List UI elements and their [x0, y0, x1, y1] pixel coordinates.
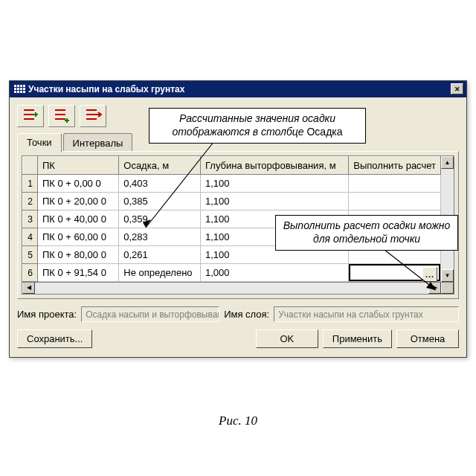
cell-pk[interactable]: ПК 0 + 91,54 0	[37, 264, 118, 282]
cell-pk[interactable]: ПК 0 + 0,00 0	[37, 175, 118, 193]
cell-vypolnit-active[interactable]: ...	[349, 264, 441, 282]
row-number: 4	[23, 228, 38, 246]
remove-icon	[84, 108, 102, 124]
save-button[interactable]: Сохранить...	[17, 329, 92, 348]
callout-text: Осадка	[306, 126, 342, 138]
figure-caption: Рис. 10	[0, 414, 476, 428]
cell-osadka[interactable]: 0,385	[119, 193, 201, 210]
close-button[interactable]: ✕	[451, 83, 463, 94]
titlebar[interactable]: Участки насыпи на слабых грунтах ✕	[10, 81, 466, 97]
cell-pk[interactable]: ПК 0 + 20,00 0	[37, 193, 118, 210]
cell-glubina[interactable]: 1,100	[200, 175, 348, 193]
row-number: 2	[23, 193, 38, 210]
ok-button[interactable]: OK	[256, 329, 318, 348]
calc-button[interactable]: ...	[422, 267, 437, 282]
app-grid-icon	[14, 85, 25, 94]
callout-text: для отдельной точки	[313, 233, 420, 245]
cell-osadka[interactable]: 0,403	[119, 175, 201, 193]
scroll-left-button[interactable]: ◀	[22, 282, 35, 294]
callout-calculated-values: Рассчитанные значения осадки отображаютс…	[149, 108, 366, 144]
callout-text: Рассчитанные значения осадки	[179, 112, 335, 124]
field-layer: Участки насыпи на слабых грунтах	[274, 306, 459, 322]
table-row[interactable]: 1 ПК 0 + 0,00 0 0,403 1,100	[23, 175, 441, 193]
apply-button[interactable]: Применить	[323, 329, 392, 348]
row-number: 3	[23, 210, 38, 228]
toolbar-add-sibling-button[interactable]	[17, 105, 44, 127]
cell-vypolnit[interactable]	[349, 193, 441, 210]
cell-pk[interactable]: ПК 0 + 60,00 0	[37, 228, 118, 246]
row-number: 5	[23, 246, 38, 264]
cell-vypolnit[interactable]	[349, 175, 441, 193]
cell-pk[interactable]: ПК 0 + 80,00 0	[37, 246, 118, 264]
cell-osadka[interactable]: 0,283	[119, 228, 201, 246]
scroll-up-button[interactable]: ▲	[441, 156, 454, 169]
toolbar-remove-button[interactable]	[80, 105, 106, 127]
scroll-grip	[441, 282, 454, 294]
scroll-track[interactable]	[35, 282, 428, 294]
column-osadka[interactable]: Осадка, м	[119, 157, 201, 175]
cell-glubina[interactable]: 1,000	[200, 264, 348, 282]
tab-points[interactable]: Точки	[17, 133, 62, 152]
cell-glubina[interactable]: 1,100	[200, 193, 348, 210]
cell-osadka[interactable]: 0,261	[119, 246, 201, 264]
add-sibling-icon	[22, 108, 39, 124]
table-row[interactable]: 2 ПК 0 + 20,00 0 0,385 1,100	[23, 193, 441, 210]
field-project: Осадка насыпи и выторфовывание	[81, 306, 219, 322]
callout-text: Выполнить расчет осадки можно	[283, 219, 451, 231]
cell-osadka[interactable]: Не определено	[119, 264, 201, 282]
column-vypolnit[interactable]: Выполнить расчет	[349, 157, 441, 175]
add-child-icon	[53, 108, 71, 124]
row-number: 1	[23, 175, 38, 193]
cell-pk[interactable]: ПК 0 + 40,00 0	[37, 210, 118, 228]
toolbar-add-child-button[interactable]	[48, 105, 75, 127]
grid-corner	[23, 157, 38, 175]
table-row[interactable]: 6 ПК 0 + 91,54 0 Не определено 1,000 ...	[23, 264, 441, 282]
label-project: Имя проекта:	[17, 309, 77, 320]
column-pk[interactable]: ПК	[37, 157, 118, 175]
callout-individual-point: Выполнить расчет осадки можно для отдель…	[275, 215, 458, 251]
horizontal-scrollbar[interactable]: ◀ ▶	[22, 282, 454, 295]
label-layer: Имя слоя:	[224, 309, 269, 320]
scroll-down-button[interactable]: ▼	[441, 269, 454, 282]
window-title: Участки насыпи на слабых грунтах	[28, 84, 451, 94]
scroll-right-button[interactable]: ▶	[428, 282, 441, 294]
cancel-button[interactable]: Отмена	[396, 329, 459, 348]
cell-osadka[interactable]: 0,359	[119, 210, 201, 228]
callout-text: отображаются в столбце	[172, 126, 303, 138]
tab-intervals[interactable]: Интервалы	[63, 133, 133, 152]
row-number: 6	[23, 264, 38, 282]
column-glubina[interactable]: Глубина выторфовывания, м	[200, 157, 348, 175]
